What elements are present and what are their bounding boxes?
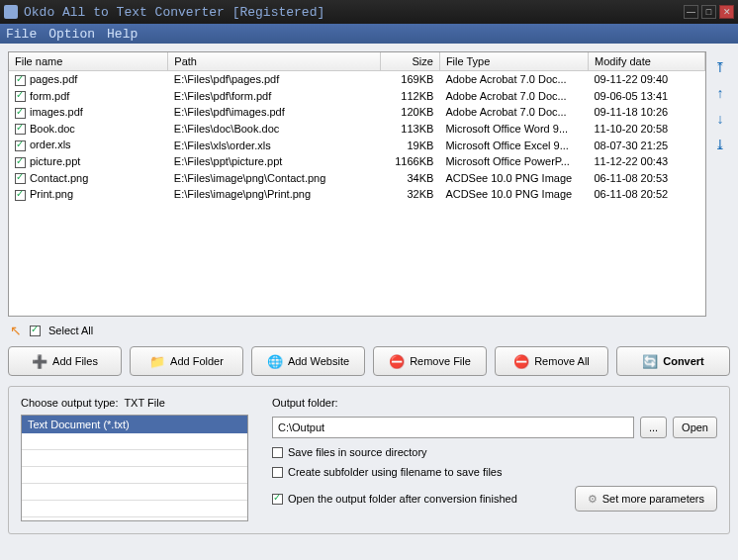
add-files-button[interactable]: ➕Add Files xyxy=(8,346,122,376)
close-button[interactable]: ✕ xyxy=(719,5,734,19)
table-row[interactable]: Book.docE:\Files\doc\Book.doc113KBMicros… xyxy=(9,121,705,138)
col-date[interactable]: Modify date xyxy=(589,52,705,71)
row-checkbox[interactable] xyxy=(15,91,26,102)
col-path[interactable]: Path xyxy=(168,52,380,71)
table-row[interactable]: images.pdfE:\Files\pdf\images.pdf120KBAd… xyxy=(9,104,705,121)
table-row[interactable]: form.pdfE:\Files\pdf\form.pdf112KBAdobe … xyxy=(9,88,705,105)
folder-icon: 📁 xyxy=(149,353,165,369)
convert-button[interactable]: 🔄Convert xyxy=(616,346,730,376)
menu-help[interactable]: Help xyxy=(107,27,138,42)
move-down-button[interactable]: ↓ xyxy=(712,111,728,127)
row-checkbox[interactable] xyxy=(15,124,26,135)
output-type-selected[interactable]: Text Document (*.txt) xyxy=(22,416,247,433)
row-checkbox[interactable] xyxy=(15,108,26,119)
reorder-buttons: ⤒ ↑ ↓ ⤓ xyxy=(712,51,730,317)
move-bottom-button[interactable]: ⤓ xyxy=(712,137,728,152)
file-list[interactable]: File name Path Size File Type Modify dat… xyxy=(8,51,706,317)
save-source-label: Save files in source directory xyxy=(288,446,427,458)
table-row[interactable]: Print.pngE:\Files\image\png\Print.png32K… xyxy=(9,186,705,203)
table-row[interactable]: picture.pptE:\Files\ppt\picture.ppt1166K… xyxy=(9,153,705,170)
output-type-list[interactable]: Text Document (*.txt) xyxy=(21,415,248,521)
remove-file-button[interactable]: ⛔Remove File xyxy=(373,346,487,376)
menu-bar: File Option Help xyxy=(0,24,738,44)
globe-icon: 🌐 xyxy=(267,353,283,369)
col-type[interactable]: File Type xyxy=(439,52,588,71)
output-type-label: Choose output type: TXT File xyxy=(21,397,248,409)
up-arrow-icon: ↖ xyxy=(10,323,22,338)
table-row[interactable]: order.xlsE:\Files\xls\order.xls19KBMicro… xyxy=(9,137,705,153)
col-filename[interactable]: File name xyxy=(9,52,168,71)
row-checkbox[interactable] xyxy=(15,190,26,201)
remove-all-button[interactable]: ⛔Remove All xyxy=(495,346,608,376)
table-row[interactable]: pages.pdfE:\Files\pdf\pages.pdf169KBAdob… xyxy=(9,71,705,88)
browse-button[interactable]: ... xyxy=(640,417,667,438)
row-checkbox[interactable] xyxy=(15,75,26,86)
maximize-button[interactable]: □ xyxy=(701,5,716,19)
table-row[interactable]: Contact.pngE:\Files\image\png\Contact.pn… xyxy=(9,170,705,187)
create-subfolder-checkbox[interactable] xyxy=(272,467,283,478)
create-subfolder-label: Create subfolder using filename to save … xyxy=(288,466,502,478)
set-parameters-button[interactable]: ⚙Set more parameters xyxy=(575,486,717,512)
row-checkbox[interactable] xyxy=(15,157,26,168)
select-all-label: Select All xyxy=(48,325,93,336)
save-source-checkbox[interactable] xyxy=(272,447,283,458)
minimize-button[interactable]: — xyxy=(684,5,698,19)
menu-file[interactable]: File xyxy=(6,27,37,42)
remove-all-icon: ⛔ xyxy=(513,353,529,369)
plus-icon: ➕ xyxy=(32,353,47,369)
move-up-button[interactable]: ↑ xyxy=(712,85,728,101)
add-website-button[interactable]: 🌐Add Website xyxy=(251,346,365,376)
col-size[interactable]: Size xyxy=(380,52,439,71)
convert-icon: 🔄 xyxy=(642,353,658,369)
select-all-checkbox[interactable] xyxy=(30,326,41,336)
gear-icon: ⚙ xyxy=(588,493,598,506)
remove-icon: ⛔ xyxy=(389,353,405,369)
output-folder-label: Output folder: xyxy=(272,397,717,409)
open-after-label: Open the output folder after conversion … xyxy=(288,493,517,505)
open-folder-button[interactable]: Open xyxy=(673,417,717,438)
open-after-checkbox[interactable] xyxy=(272,494,283,505)
row-checkbox[interactable] xyxy=(15,173,26,184)
app-logo-icon xyxy=(4,5,18,19)
add-folder-button[interactable]: 📁Add Folder xyxy=(130,346,243,376)
window-title: Okdo All to Text Converter [Registered] xyxy=(24,5,681,20)
output-folder-input[interactable] xyxy=(272,417,634,438)
title-bar: Okdo All to Text Converter [Registered] … xyxy=(0,0,738,24)
move-top-button[interactable]: ⤒ xyxy=(712,59,728,75)
row-checkbox[interactable] xyxy=(15,140,26,151)
menu-option[interactable]: Option xyxy=(48,27,95,42)
